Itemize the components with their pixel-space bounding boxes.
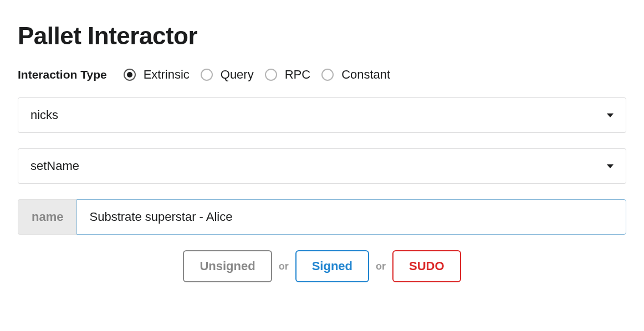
or-separator: or — [272, 261, 295, 272]
page-title: Pallet Interactor — [18, 22, 626, 50]
or-separator: or — [369, 261, 392, 272]
radio-label: Extrinsic — [144, 68, 190, 82]
param-input[interactable] — [76, 199, 626, 235]
pallet-dropdown[interactable]: nicks — [18, 97, 626, 133]
radio-option-rpc[interactable]: RPC — [265, 68, 310, 82]
radio-icon — [201, 69, 213, 81]
signed-button[interactable]: Signed — [295, 250, 369, 282]
pallet-dropdown-value: nicks — [30, 108, 58, 122]
param-input-group: name — [18, 199, 626, 235]
sudo-button[interactable]: SUDO — [392, 250, 461, 282]
param-label: name — [18, 199, 76, 235]
radio-label: Constant — [341, 68, 390, 82]
call-dropdown[interactable]: setName — [18, 148, 626, 184]
radio-icon — [265, 69, 277, 81]
chevron-down-icon — [607, 113, 614, 117]
radio-icon — [321, 69, 334, 81]
unsigned-button[interactable]: Unsigned — [183, 250, 272, 282]
call-dropdown-value: setName — [30, 159, 79, 173]
interaction-type-group: Interaction Type Extrinsic Query RPC Con… — [18, 68, 626, 82]
chevron-down-icon — [607, 164, 614, 168]
radio-label: RPC — [285, 68, 310, 82]
radio-option-query[interactable]: Query — [201, 68, 254, 82]
interaction-type-label: Interaction Type — [18, 68, 107, 81]
submit-button-row: Unsigned or Signed or SUDO — [18, 250, 626, 282]
radio-icon — [124, 69, 136, 81]
radio-label: Query — [221, 68, 254, 82]
radio-option-extrinsic[interactable]: Extrinsic — [124, 68, 190, 82]
radio-option-constant[interactable]: Constant — [321, 68, 390, 82]
